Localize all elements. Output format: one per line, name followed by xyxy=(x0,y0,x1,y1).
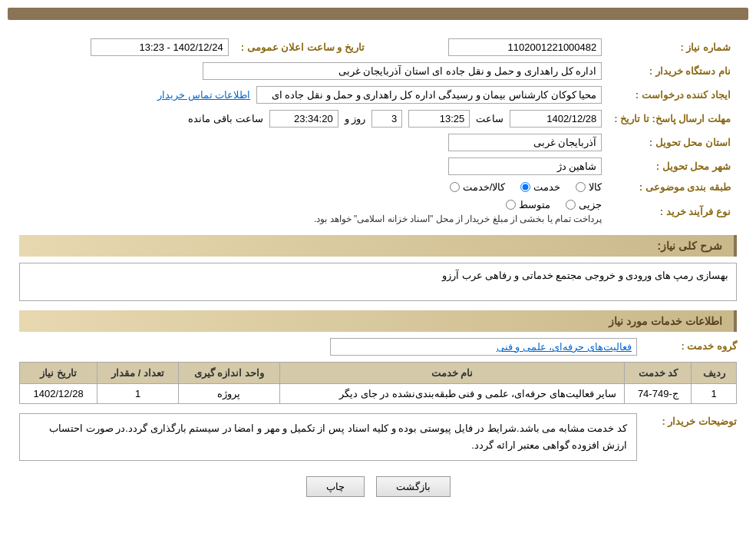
tozihat-container: توضیحات خریدار : کد خدمت مشابه می باشد.ش… xyxy=(19,413,737,461)
radio-kala-khedmat-input[interactable] xyxy=(450,182,460,192)
ijad-konande-label: ایجاد کننده درخواست : xyxy=(608,83,737,107)
tabaqe-bandi-cell: کالا خدمت کالا/خدمت xyxy=(19,178,608,196)
shomare-niaz-cell: 1102001221000482 xyxy=(371,35,608,59)
content-area: شماره نیاز : 1102001221000482 تاریخ و سا… xyxy=(8,31,748,501)
kala-label: کالا xyxy=(589,181,602,193)
tarikh-saat-label: تاریخ و ساعت اعلان عمومی : xyxy=(235,35,371,59)
gorooh-khedmat-row: گروه خدمت : فعالیت‌های حرفه‌ای، علمی و ف… xyxy=(19,338,737,356)
radio-khedmat-input[interactable] xyxy=(520,182,530,192)
radio-jozii-input[interactable] xyxy=(566,200,576,210)
col-name: نام خدمت xyxy=(279,363,625,384)
col-tarikh: تاریخ نیاز xyxy=(20,363,97,384)
shahr-tahvil-value: شاهین دژ xyxy=(448,157,602,175)
baqi-label: ساعت باقی مانده xyxy=(188,113,262,124)
tarikh-mohlet-value: 1402/12/28 xyxy=(510,110,602,128)
cell-code: ج-749-74 xyxy=(625,384,692,404)
sherh-koli-value: بهسازی رمپ های ورودی و خروجی مجتمع خدمات… xyxy=(19,263,737,301)
col-code: کد خدمت xyxy=(625,363,692,384)
etela-tamas-link[interactable]: اطلاعات تماس خریدار xyxy=(157,89,250,101)
cell-tarikh: 1402/12/28 xyxy=(20,384,97,404)
sherh-koli-section-title: شرح کلی نیاز: xyxy=(19,235,737,257)
shomare-niaz-label: شماره نیاز : xyxy=(608,35,737,59)
page-wrapper: شماره نیاز : 1102001221000482 تاریخ و سا… xyxy=(0,0,756,540)
radio-jozii[interactable]: جزیی xyxy=(566,199,602,210)
col-vahed: واحد اندازه گیری xyxy=(178,363,279,384)
baqi-value: 23:34:20 xyxy=(269,110,338,128)
nooe-farayand-label: نوع فرآیند خرید : xyxy=(608,196,737,227)
khadamat-section-title: اطلاعات خدمات مورد نیاز xyxy=(19,310,737,332)
farayand-text: پرداخت تمام یا بخشی از مبلغ خریدار از مح… xyxy=(314,214,602,224)
back-button[interactable]: بازگشت xyxy=(376,476,451,497)
print-button[interactable]: چاپ xyxy=(306,476,365,497)
radio-motavasset[interactable]: متوسط xyxy=(506,199,550,210)
name-dastgah-label: نام دستگاه خریدار : xyxy=(608,59,737,83)
info-table-top: شماره نیاز : 1102001221000482 تاریخ و سا… xyxy=(19,35,737,227)
name-dastgah-cell: اداره کل راهداری و حمل و نقل جاده ای است… xyxy=(19,59,608,83)
jozii-label: جزیی xyxy=(579,199,602,210)
gorooh-khedmat-value: فعالیت‌های حرفه‌ای، علمی و فنی xyxy=(330,338,637,356)
table-row: 1 ج-749-74 سایر فعالیت‌های حرفه‌ای، علمی… xyxy=(20,384,737,404)
shahr-tahvil-cell: شاهین دژ xyxy=(19,154,608,178)
rooz-label: روز و xyxy=(345,113,366,124)
cell-tedad: 1 xyxy=(97,384,179,404)
ijad-konande-value: محیا کوکان کارشناس بیمان و رسیدگی اداره … xyxy=(256,86,602,104)
tarikh-saat-cell: 1402/12/24 - 13:23 xyxy=(19,35,235,59)
motavasset-label: متوسط xyxy=(519,199,550,210)
col-tedad: تعداد / مقدار xyxy=(97,363,179,384)
gorooh-khedmat-label: گروه خدمت : xyxy=(637,338,737,352)
kala-khedmat-label: کالا/خدمت xyxy=(463,181,506,193)
tozihat-label: توضیحات خریدار : xyxy=(637,413,737,427)
saat-value: 13:25 xyxy=(408,110,470,128)
khedmat-label: خدمت xyxy=(533,181,560,193)
tabaqe-bandi-label: طبقه بندی موضوعی : xyxy=(608,178,737,196)
tozihat-val: کد خدمت مشابه می باشد.شرایط در فایل پیوس… xyxy=(19,413,637,461)
radio-khedmat[interactable]: خدمت xyxy=(520,181,560,193)
saat-label: ساعت xyxy=(476,113,503,124)
mohlet-ersal-label: مهلت ارسال پاسخ: تا تاریخ : xyxy=(608,107,737,131)
mohlet-ersal-cell: 1402/12/28 ساعت 13:25 3 روز و 23:34:20 س… xyxy=(19,107,608,131)
rooz-value: 3 xyxy=(371,110,402,128)
radio-kala-khedmat[interactable]: کالا/خدمت xyxy=(450,181,506,193)
shomare-niaz-value: 1102001221000482 xyxy=(448,38,602,56)
shahr-tahvil-label: شهر محل تحویل : xyxy=(608,154,737,178)
cell-name: سایر فعالیت‌های حرفه‌ای، علمی و فنی طبقه… xyxy=(279,384,625,404)
ostan-tahvil-label: استان محل تحویل : xyxy=(608,131,737,154)
ijad-konande-cell: محیا کوکان کارشناس بیمان و رسیدگی اداره … xyxy=(19,83,608,107)
name-dastgah-value: اداره کل راهداری و حمل و نقل جاده ای است… xyxy=(203,62,602,80)
ostan-tahvil-cell: آذربایجان غربی xyxy=(19,131,608,154)
tarikh-saat-value: 1402/12/24 - 13:23 xyxy=(91,38,229,56)
ostan-tahvil-value: آذربایجان غربی xyxy=(448,134,602,151)
page-header xyxy=(8,8,748,20)
radio-kala-input[interactable] xyxy=(576,182,586,192)
cell-vahed: پروژه xyxy=(178,384,279,404)
tozihat-row: توضیحات خریدار : کد خدمت مشابه می باشد.ش… xyxy=(19,413,737,461)
button-row: بازگشت چاپ xyxy=(19,476,737,497)
cell-radif: 1 xyxy=(692,384,737,404)
sherh-koli-container: بهسازی رمپ های ورودی و خروجی مجتمع خدمات… xyxy=(19,263,737,301)
col-radif: ردیف xyxy=(692,363,737,384)
gorooh-khedmat-cell: فعالیت‌های حرفه‌ای، علمی و فنی xyxy=(19,338,637,356)
tozihat-value: کد خدمت مشابه می باشد.شرایط در فایل پیوس… xyxy=(19,413,637,461)
services-table: ردیف کد خدمت نام خدمت واحد اندازه گیری ت… xyxy=(19,362,737,404)
radio-motavasset-input[interactable] xyxy=(506,200,516,210)
nooe-farayand-cell: جزیی متوسط پرداخت تمام یا بخشی از مبلغ خ… xyxy=(19,196,608,227)
radio-kala[interactable]: کالا xyxy=(576,181,602,193)
